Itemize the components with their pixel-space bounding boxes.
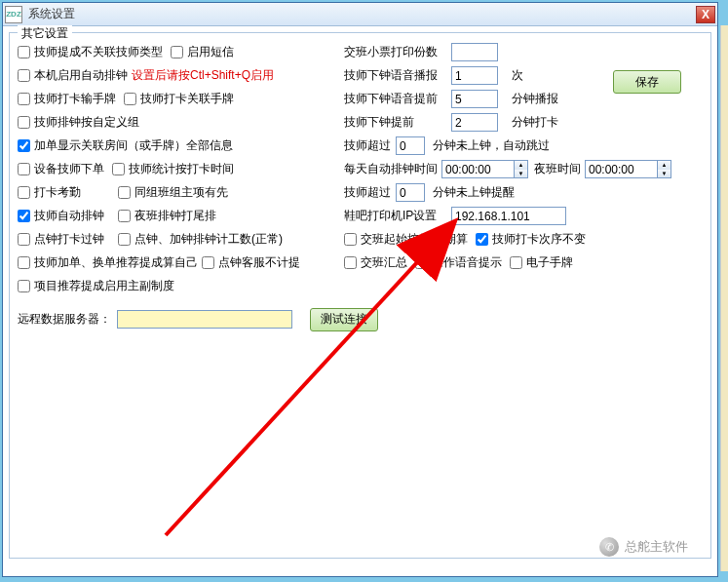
chk-same-group-priority[interactable]: [118, 186, 131, 199]
chk-add-swap-recommend-self[interactable]: [18, 256, 30, 269]
fieldset-legend: 其它设置: [18, 25, 72, 42]
input-tech-exceed-skip[interactable]: [396, 136, 425, 155]
spinner-night[interactable]: ▲▼: [658, 160, 671, 178]
chk-point-punch-over[interactable]: [18, 233, 30, 246]
remote-server-label: 远程数据服务器：: [18, 311, 111, 328]
input-off-clock-advance[interactable]: [451, 113, 498, 132]
app-icon: ZDZ: [5, 6, 22, 23]
chk-punch-link-badge[interactable]: [124, 93, 136, 105]
input-night-time[interactable]: [585, 160, 658, 178]
chk-shift-start-sign[interactable]: [344, 233, 357, 246]
chk-enable-sms[interactable]: [171, 46, 183, 58]
input-tech-exceed-remind[interactable]: [396, 183, 425, 202]
input-voice-advance[interactable]: [451, 90, 498, 108]
chk-point-add-schedule-count[interactable]: [118, 233, 131, 246]
system-settings-window: ZDZ 系统设置 X 其它设置 保存 技师提成不关联技师类型 启用短信: [2, 2, 718, 577]
watermark-text: 总舵主软件: [625, 538, 688, 556]
chk-project-recommend-primary-secondary[interactable]: [18, 280, 30, 292]
input-printer-ip[interactable]: [451, 207, 566, 225]
other-settings-fieldset: 其它设置 保存 技师提成不关联技师类型 启用短信 本机启用自动排钟: [9, 32, 711, 559]
window-title: 系统设置: [28, 6, 696, 22]
chk-night-tail-schedule[interactable]: [118, 210, 131, 222]
chk-add-show-linked-room[interactable]: [18, 139, 30, 152]
input-shift-receipt-copies[interactable]: [451, 43, 498, 61]
chk-op-voice-prompt[interactable]: [415, 256, 428, 269]
chk-shift-summary[interactable]: [344, 256, 357, 269]
content: 其它设置 保存 技师提成不关联技师类型 启用短信 本机启用自动排钟: [3, 26, 717, 576]
test-connect-button[interactable]: 测试连接: [310, 308, 378, 331]
input-voice-broadcast[interactable]: [451, 66, 498, 85]
edge-strip: [720, 25, 728, 571]
watermark: ✆ 总舵主软件: [599, 537, 688, 557]
chk-electronic-badge[interactable]: [510, 256, 522, 269]
save-button[interactable]: 保存: [613, 70, 681, 94]
chk-device-tech-order[interactable]: [18, 163, 30, 175]
input-remote-server[interactable]: [117, 310, 292, 329]
hotkey-hint: 设置后请按Ctl+Shift+Q启用: [132, 67, 274, 84]
chk-schedule-custom-group[interactable]: [18, 116, 30, 129]
chk-tech-auto-schedule[interactable]: [18, 210, 30, 222]
chk-stats-by-punch-time[interactable]: [112, 163, 125, 175]
close-icon[interactable]: X: [696, 6, 715, 23]
chk-tech-commission-unlink[interactable]: [18, 46, 30, 58]
chk-punch-order-fixed[interactable]: [476, 233, 488, 246]
chk-punch-input-badge[interactable]: [18, 93, 30, 105]
spinner-daily-auto[interactable]: ▲▼: [515, 160, 528, 178]
chk-punch-attendance[interactable]: [18, 186, 30, 199]
chk-auto-schedule-local[interactable]: [18, 69, 30, 82]
left-column: 技师提成不关联技师类型 启用短信 本机启用自动排钟 设置后请按Ctl+Shift…: [18, 41, 339, 298]
input-daily-auto-time[interactable]: [441, 160, 515, 178]
watermark-icon: ✆: [599, 537, 619, 557]
titlebar: ZDZ 系统设置 X: [3, 3, 717, 26]
chk-point-cs-no-commission[interactable]: [202, 256, 214, 269]
